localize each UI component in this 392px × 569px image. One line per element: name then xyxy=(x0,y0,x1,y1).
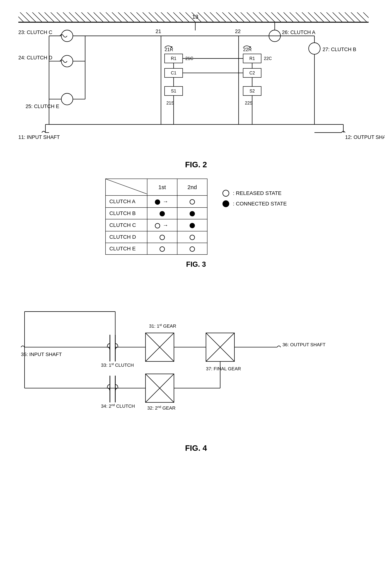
clutch-b-label: CLUTCH B xyxy=(106,208,147,219)
clutch-c-1st: → xyxy=(147,219,177,231)
s1-text: S1 xyxy=(171,89,176,93)
clutch-a-2nd xyxy=(177,195,207,208)
clutch-c-2nd xyxy=(177,219,207,231)
ref22R-label: 22R xyxy=(243,47,252,52)
connected-label: : CONNECTED STATE xyxy=(233,201,287,207)
table-row-clutch-c: CLUTCH C → xyxy=(106,219,207,231)
clutch-a-2nd-symbol xyxy=(190,199,195,205)
ref11-label: 11: INPUT SHAFT xyxy=(18,135,60,140)
table-row-clutch-b: CLUTCH B xyxy=(106,208,207,219)
clutch-a-label: CLUTCH A xyxy=(106,195,147,208)
legend-released: : RELEASED STATE xyxy=(223,190,287,197)
clutch-e-1st-symbol xyxy=(160,246,165,252)
ref22C-label: 22C xyxy=(264,56,272,61)
clutch-d-2nd-symbol xyxy=(190,235,195,240)
ref33-label: 33: 1st CLUTCH xyxy=(101,362,134,368)
s2-text: S2 xyxy=(250,89,255,93)
clutch-e-label: 25: CLUTCH E xyxy=(26,104,59,109)
clutch-d-2nd xyxy=(177,231,207,243)
clutch-a-label: 26: CLUTCH A xyxy=(282,30,315,35)
ref37-label: 37: FINAL GEAR xyxy=(206,366,241,371)
ref34-label: 34: 2nd CLUTCH xyxy=(101,403,135,409)
table-header-diagonal xyxy=(106,179,147,195)
c2-text: C2 xyxy=(249,71,255,75)
fig3-table: 1st 2nd CLUTCH A → xyxy=(105,179,208,255)
clutch-d-1st-symbol xyxy=(160,235,165,240)
svg-line-43 xyxy=(106,179,147,194)
clutch-a-1st-symbol xyxy=(155,199,160,205)
connected-symbol xyxy=(223,200,229,207)
clutch-d-label: CLUTCH D xyxy=(106,231,147,243)
clutch-b-label: 27: CLUTCH B xyxy=(322,47,356,52)
ref13-label: 13 xyxy=(192,14,198,20)
ref32-label: 32: 2nd GEAR xyxy=(147,405,175,411)
ref21S-label: 21S xyxy=(166,101,174,105)
fig2-title: FIG. 2 xyxy=(185,160,207,169)
released-symbol xyxy=(223,190,229,197)
fig4-title: FIG. 4 xyxy=(185,444,207,452)
page: 13 26: CLUTCH A 27: CLUTCH B 23: CLUTCH … xyxy=(0,0,392,569)
r1-22-text: R1 xyxy=(249,56,255,61)
clutch-b-circle xyxy=(309,43,320,54)
clutch-c-label: CLUTCH C xyxy=(106,219,147,231)
ref22S-label: 22S xyxy=(245,101,253,105)
clutch-a-1st: → xyxy=(147,195,177,208)
table-row-clutch-d: CLUTCH D xyxy=(106,231,207,243)
fig3-title: FIG. 3 xyxy=(26,260,366,269)
clutch-b-1st xyxy=(147,208,177,219)
fig4-diagram: 35: INPUT SHAFT 33: 1st CLUTCH 34: 2nd C… xyxy=(8,276,384,454)
clutch-d-1st xyxy=(147,231,177,243)
clutch-e-2nd xyxy=(177,243,207,255)
ref21-label: 21 xyxy=(156,29,161,34)
arrow-c: → xyxy=(163,222,168,228)
c1-text: C1 xyxy=(171,71,177,75)
clutch-e-1st xyxy=(147,243,177,255)
legend-connected: : CONNECTED STATE xyxy=(223,200,287,207)
clutch-c-1st-symbol xyxy=(155,223,160,228)
ref31-label: 31: 1st GEAR xyxy=(149,323,176,329)
fig3-section: 1st 2nd CLUTCH A → xyxy=(8,175,384,272)
col-2nd-header: 2nd xyxy=(177,179,207,195)
table-row-clutch-e: CLUTCH E xyxy=(106,243,207,255)
fig2-diagram: 13 26: CLUTCH A 27: CLUTCH B 23: CLUTCH … xyxy=(8,9,384,164)
arrow-a: → xyxy=(163,198,168,205)
clutch-b-1st-symbol xyxy=(160,211,165,216)
ref12-label: 12: OUTPUT SHAFT xyxy=(345,135,384,140)
ref21R-label: 21R xyxy=(165,47,173,52)
ref35-label: 35: INPUT SHAFT xyxy=(21,352,62,357)
col-1st-header: 1st xyxy=(147,179,177,195)
clutch-d-label: 24: CLUTCH D xyxy=(18,55,52,60)
clutch-e-circle xyxy=(61,93,73,105)
clutch-e-label: CLUTCH E xyxy=(106,243,147,255)
clutch-c-label: 23: CLUTCH C xyxy=(18,30,52,35)
svg-rect-2 xyxy=(18,22,369,23)
ref22-label: 22 xyxy=(235,29,241,34)
table-row-clutch-a: CLUTCH A → xyxy=(106,195,207,208)
clutch-b-2nd-symbol xyxy=(190,211,195,216)
released-label: : RELEASED STATE xyxy=(233,190,282,196)
r1-21-text: R1 xyxy=(171,56,177,61)
clutch-e-2nd-symbol xyxy=(190,246,195,252)
clutch-b-2nd xyxy=(177,208,207,219)
clutch-c-2nd-symbol xyxy=(190,223,195,228)
ref36-label: 36: OUTPUT SHAFT xyxy=(282,342,325,347)
fig3-legend: : RELEASED STATE : CONNECTED STATE xyxy=(223,179,287,207)
